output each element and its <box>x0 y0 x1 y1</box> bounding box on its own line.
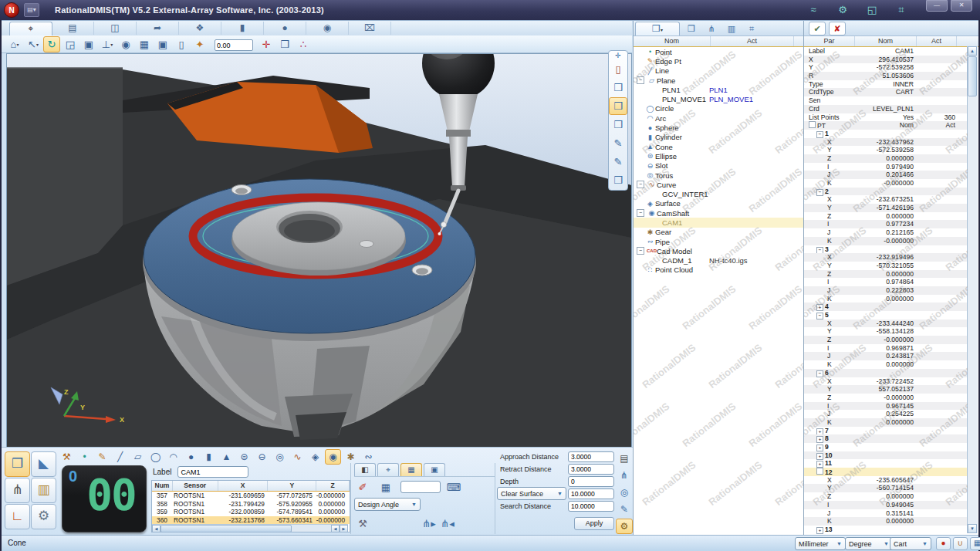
level-tool-button[interactable]: ◣ <box>31 451 56 477</box>
home-button[interactable]: ⌂▾ <box>6 36 23 52</box>
unit-select-millimeter[interactable]: Millimeter▼ <box>795 537 846 550</box>
eye-button[interactable]: ◉ <box>117 36 134 52</box>
tab-features[interactable]: ❒▾ <box>635 22 680 35</box>
scroll-left2-icon[interactable]: ◀ <box>331 525 340 532</box>
label-input[interactable] <box>177 466 248 478</box>
filter-input[interactable] <box>400 481 441 493</box>
prop-row[interactable]: J0.315141 <box>804 509 968 518</box>
cylinder-probe-button[interactable]: ▯ <box>609 60 627 78</box>
prop-row[interactable]: CrdLEVEL_PLN1 <box>804 105 968 113</box>
probe-sensor-button[interactable]: ⋔ <box>5 478 30 503</box>
geom-arc-button[interactable]: ◠ <box>165 449 181 465</box>
prop-row[interactable]: Z-0.000000 <box>804 336 968 344</box>
prop-row[interactable]: List PointsYes360 <box>804 113 968 122</box>
tab-palette-tab[interactable]: ❖ <box>179 22 221 35</box>
tree-item-slot[interactable]: ⊖Slot <box>634 161 803 171</box>
machine-tool-button[interactable]: ⚙ <box>31 504 56 529</box>
points-table-tab[interactable]: ▦ <box>400 463 422 476</box>
design-angle-select[interactable]: Design Angle▼ <box>354 498 421 511</box>
prop-row[interactable]: CrdTypeCART <box>804 88 968 96</box>
tree-item-cylinder[interactable]: ▮Cylinder <box>634 133 803 142</box>
prop-row[interactable]: −1 <box>804 130 968 138</box>
tree-item-cadm-1[interactable]: CADM_1NH-tc40.igs <box>634 256 803 265</box>
expand-icon[interactable]: − <box>637 76 644 84</box>
view-cube-2-button[interactable]: ❒ <box>609 97 627 115</box>
device-print-button[interactable]: ▤ <box>616 451 633 466</box>
prop-row[interactable]: J0.212165 <box>804 228 968 237</box>
tab-measure-tab[interactable]: ⌖ <box>9 22 52 35</box>
prop-row[interactable]: Y-558.134128 <box>804 327 968 336</box>
geom-sphere-button[interactable]: ● <box>183 449 199 465</box>
erase-point-icon[interactable]: ✐ <box>354 479 371 495</box>
search-zoom-button[interactable]: ◎ <box>616 485 633 500</box>
col-par[interactable]: Par <box>804 36 855 46</box>
col-nom2[interactable]: Nom <box>855 36 917 46</box>
sensor-small-icon[interactable]: ⚒ <box>354 516 371 532</box>
prop-row[interactable]: J0.243817 <box>804 352 968 360</box>
table-cube-icon[interactable]: ⌗ <box>743 22 760 35</box>
prop-row[interactable]: K-0.000000 <box>804 237 968 245</box>
probe-blue-button[interactable]: ⋔ <box>616 468 633 483</box>
tree-item-sphere[interactable]: ●Sphere <box>634 123 803 132</box>
sensor-table-hscrollbar[interactable]: ◀ ◀ ▶ <box>152 524 348 532</box>
prop-row[interactable]: X-235.605647 <box>804 476 968 485</box>
tab-device-tab[interactable]: ▮ <box>221 22 264 35</box>
prop-row[interactable]: Y-560.714154 <box>804 484 968 492</box>
machine-pair-icon[interactable]: ⌗ <box>892 2 911 18</box>
prop-row[interactable]: X-232.919496 <box>804 253 968 262</box>
prop-row[interactable]: Sen <box>804 96 968 105</box>
geom-pipe-button[interactable]: ∾ <box>360 449 377 465</box>
tree-item-camshaft[interactable]: −◉CamShaft <box>634 208 803 218</box>
geom-slot-button[interactable]: ⊖ <box>254 449 270 465</box>
cursor-button[interactable]: ↖▾ <box>25 36 42 52</box>
expand-icon[interactable]: − <box>637 181 644 188</box>
prop-row[interactable]: R51.053606 <box>804 72 968 80</box>
cube-small-icon[interactable]: ❒ <box>683 22 700 35</box>
prop-row[interactable]: K-0.000000 <box>804 179 968 188</box>
magnet-button[interactable]: ∪ <box>953 537 968 550</box>
prop-row[interactable]: Y557.052137 <box>804 385 968 394</box>
sensor-col-y[interactable]: Y <box>268 481 316 491</box>
tab-report-tab[interactable]: ▤ <box>52 22 94 35</box>
tab-monitor-tab[interactable]: ⌧ <box>349 22 391 35</box>
prop-row[interactable]: J0.222803 <box>804 286 968 295</box>
tree-item-arc[interactable]: ◠Arc <box>634 113 803 123</box>
zoom-window-button[interactable]: ◲ <box>62 36 79 52</box>
prop-row[interactable]: LabelCAM1 <box>804 47 968 56</box>
probe-link-icon[interactable]: ≈ <box>804 2 823 18</box>
confirm-check-button[interactable]: ✔ <box>809 22 826 35</box>
record-ball-button[interactable]: ● <box>936 537 951 550</box>
tree-item-plane[interactable]: −▱Plane <box>634 76 803 85</box>
paint-button[interactable]: ✦ <box>191 36 208 52</box>
prop-row[interactable]: −3 <box>804 245 968 254</box>
geom-surface-button[interactable]: ◈ <box>307 449 323 465</box>
prop-row[interactable]: Y-572.539258 <box>804 146 968 154</box>
sensor-table[interactable]: NumSensorXYZ 357ROOTSN1-231.609659-577.0… <box>151 480 350 532</box>
tree-item-line[interactable]: ╱Line <box>634 66 803 76</box>
sensor-col-num[interactable]: Num <box>152 481 173 491</box>
geom-circle-button[interactable]: ◯ <box>147 449 164 465</box>
window-layout-icon[interactable]: ◱ <box>863 2 881 18</box>
camera-button[interactable]: ▣ <box>154 36 171 52</box>
sensor-col-sensor[interactable]: Sensor <box>173 481 218 491</box>
prop-row[interactable]: X-232.673251 <box>804 195 968 204</box>
edit-table-icon[interactable]: ▦ <box>377 479 394 495</box>
expand-icon[interactable]: − <box>637 247 644 255</box>
tree-item-cone[interactable]: ▲Cone <box>634 142 803 151</box>
geom-plane-button[interactable]: ▱ <box>130 449 146 465</box>
tab-disc-tab[interactable]: ◉ <box>306 22 349 35</box>
probe-back-icon[interactable]: ⋔◂ <box>439 516 456 532</box>
prop-row[interactable]: K0.000000 <box>804 360 968 369</box>
workpiece-cube-button[interactable]: ❒ <box>5 451 30 477</box>
geom-line-button[interactable]: ╱ <box>112 449 128 465</box>
prop-row[interactable]: Y-572.539258 <box>804 63 968 72</box>
minimize-button[interactable]: — <box>926 0 948 12</box>
cancel-cross-button[interactable]: ✘ <box>829 22 846 35</box>
prop-row[interactable]: I0.974864 <box>804 278 968 286</box>
tree-item-torus[interactable]: ◎Torus <box>634 171 803 180</box>
tree-item-pln1[interactable]: PLN1PLN1 <box>634 85 803 94</box>
col-act2[interactable]: Act <box>917 36 957 46</box>
geom-point-button[interactable]: • <box>76 449 93 465</box>
prop-row[interactable]: X296.410537 <box>804 56 968 64</box>
apply-button[interactable]: Apply <box>574 517 614 530</box>
